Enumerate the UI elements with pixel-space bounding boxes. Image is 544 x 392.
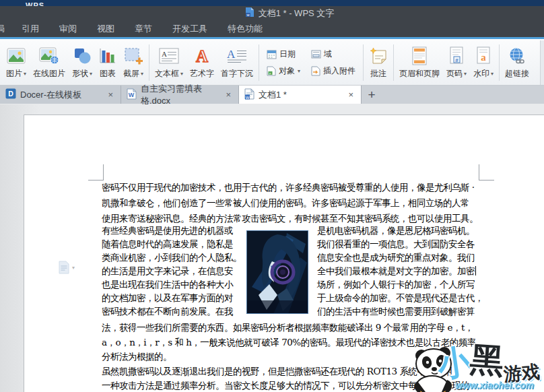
object-button[interactable]: F 对象 ▾: [267, 65, 300, 77]
object-label: 对象: [279, 65, 295, 77]
text-line: 凯撒和拿破仑，他们创造了一些常被人们使用的密码。许多密码起源于军事上，相同立场的…: [102, 195, 478, 211]
svg-text:w: w: [246, 13, 249, 17]
hyperlink-label: 超链接: [505, 68, 529, 79]
text-line: 的文档加密，以及在军事方面的对: [102, 291, 246, 304]
hyperlink-button[interactable]: 超链接: [502, 41, 532, 84]
menu-tab-section[interactable]: 章节: [125, 21, 162, 37]
watermark-label: 水印: [473, 68, 489, 79]
paragraph-3[interactable]: 法，获得一些我们所需要的东西。如果密码分析者根据频率数能破译出 9 个最常用的字…: [102, 321, 476, 392]
wordart-label: 艺术字: [190, 68, 214, 79]
chart-button[interactable]: 图表: [96, 41, 119, 84]
paragraph-1[interactable]: 密码不仅用于现代的加密技术，也用于古代的，许多经典密码被受尊重的人使用，像是尤利…: [102, 180, 478, 226]
text-line: a，o，n，i，r，s 和 h，一般来说他就可破译 70%的密码。最现代的译密技…: [102, 335, 476, 350]
toolbar-separator: [499, 44, 500, 81]
attachment-icon: [311, 66, 320, 76]
watermark-button[interactable]: a 水印▾: [471, 41, 496, 84]
dropdown-arrow-icon: ▾: [491, 71, 494, 77]
insert-toolbar: 图片▾ 在线图片 形状▾: [0, 39, 544, 86]
online-picture-button[interactable]: 在线图片: [30, 41, 68, 84]
text-line: 密码技术都在不断向前发展。在我: [102, 304, 246, 318]
tab-document1-active[interactable]: W 文档1 * ×: [239, 86, 362, 104]
text-line: 随着信息时代的高速发展，隐私是: [102, 237, 246, 251]
text-line: 分析法为根据的。: [102, 350, 476, 364]
menu-tab-special-features[interactable]: 特色功能: [217, 21, 273, 37]
dropdown-arrow-icon: ▾: [24, 71, 26, 77]
tab-internship-form-docx[interactable]: W 自主实习需填表格.docx ×: [121, 86, 239, 104]
text-line: 的生活是用文字来记录，在信息安: [102, 264, 246, 277]
new-tab-button[interactable]: +: [362, 86, 382, 104]
date-button[interactable]: 日期: [267, 48, 300, 60]
svg-text:W: W: [246, 95, 250, 99]
svg-text:D: D: [8, 90, 13, 98]
text-line: 也是出现在我们生活中的各种大小: [102, 277, 246, 291]
word-doc-icon: W: [127, 88, 137, 102]
online-picture-label: 在线图片: [33, 68, 65, 79]
text-line: 一种攻击方法是通过频率分析。当密文长度足够大的情况下，可以先分析密文中每个字母出…: [102, 379, 476, 392]
text-line: 类商业机密，小到我们的个人隐私。: [102, 251, 246, 264]
chart-icon: [99, 44, 116, 68]
title-bar[interactable]: w 文档1 * - WPS 文字: [0, 6, 544, 21]
menu-tab-page-layout-partial[interactable]: 局: [0, 21, 11, 37]
insert-attachment-button[interactable]: 插入附件: [311, 65, 355, 77]
document-workspace: ▾ 密码不仅用于现代的加密技术，也用于古代的，许多经典密码被受尊重的人使用，像是…: [0, 104, 544, 392]
header-footer-button[interactable]: 页眉和页脚: [397, 41, 442, 84]
wordart-button[interactable]: A 艺术字: [187, 41, 217, 84]
ribbon-menu-bar: 局 引用 审阅 视图 章节 开发工具 特色功能: [0, 21, 544, 37]
screenshot-icon: [124, 44, 143, 68]
dropdown-arrow-icon: ▾: [141, 71, 143, 77]
attachment-label: 插入附件: [323, 65, 355, 77]
menu-tab-view[interactable]: 视图: [87, 21, 125, 37]
doc-icon: W: [244, 88, 254, 102]
online-picture-icon: [39, 44, 59, 68]
page-number-label: 页码: [446, 68, 463, 79]
text-line: 虽然凯撒密码以及逐渐退出我们是的视野，但是恺撒密码还在现代的 ROT13 系统中…: [102, 364, 476, 379]
tab-docer-templates[interactable]: D Docer-在线模板 ×: [0, 86, 121, 104]
close-tab-icon[interactable]: ×: [224, 90, 233, 100]
field-button[interactable]: 域: [311, 48, 355, 60]
nav-pane-hint[interactable]: ▾: [58, 261, 75, 274]
menu-tab-review[interactable]: 审阅: [49, 21, 87, 37]
page-number-button[interactable]: # 页码▾: [444, 41, 469, 84]
shapes-label: 形状: [72, 68, 88, 79]
close-tab-icon[interactable]: ×: [346, 90, 355, 100]
text-line: 我们很看重的一项信息。大到国防安全各: [317, 237, 509, 251]
document-page[interactable]: ▾ 密码不仅用于现代的加密技术，也用于古代的，许多经典密码被受尊重的人使用，像是…: [24, 115, 544, 392]
tab-label: 自主实习需填表格.docx: [141, 83, 219, 107]
page-number-icon: #: [448, 44, 465, 68]
calendar-icon: [267, 49, 277, 59]
document-file-icon: w: [245, 7, 254, 20]
comment-icon: [369, 44, 388, 68]
clipped-toolbar-button[interactable]: [540, 40, 544, 85]
dropcap-icon: A: [227, 44, 247, 68]
text-line: 信息安全也是成为研究的重点对象。我们: [317, 251, 509, 264]
menu-tab-references[interactable]: 引用: [11, 21, 49, 37]
svg-text:A: A: [162, 50, 167, 58]
svg-text:#: #: [455, 57, 458, 63]
picture-button[interactable]: 图片▾: [3, 41, 29, 84]
picture-icon: [7, 44, 26, 68]
screenshot-button[interactable]: 截屏▾: [121, 41, 146, 84]
shapes-button[interactable]: 形状▾: [69, 41, 95, 84]
toolbar-separator: [259, 44, 259, 81]
wrap-right-column: 是机电密码机器，像是恩尼格玛密码机。 我们很看重的一项信息。大到国防安全各 信息…: [317, 224, 509, 318]
insert-small-group: 日期 域 F 对象 ▾: [261, 40, 361, 85]
date-label: 日期: [279, 48, 296, 60]
wrap-left-column: 有些经典密码是使用先进的机器或 随着信息时代的高速发展，隐私是 类商业机密，小到…: [102, 224, 246, 318]
shapes-icon: [73, 44, 92, 68]
screenshot-label: 截屏: [123, 68, 139, 79]
text-cursor: [475, 266, 476, 275]
svg-text:A: A: [227, 48, 236, 61]
text-line: 全中我们最根本就是对文字的加密。加密: [317, 264, 509, 277]
dropcap-button[interactable]: A 首字下沉: [218, 41, 256, 84]
menu-tab-dev-tools[interactable]: 开发工具: [162, 21, 217, 37]
inline-anime-image[interactable]: [246, 230, 308, 314]
field-label: 域: [324, 48, 332, 60]
comment-label: 批注: [370, 68, 386, 79]
close-tab-icon[interactable]: ×: [106, 90, 115, 100]
toolbar-separator: [363, 44, 364, 81]
wps-writer-window: WPS w 文档1 * - WPS 文字 局 引用 审阅 视图 章节 开发工具 …: [0, 0, 544, 392]
textbox-button[interactable]: A 文本框▾: [152, 41, 186, 84]
textbox-label: 文本框: [155, 68, 179, 79]
object-icon: F: [267, 66, 276, 76]
comment-button[interactable]: 批注: [366, 41, 390, 84]
